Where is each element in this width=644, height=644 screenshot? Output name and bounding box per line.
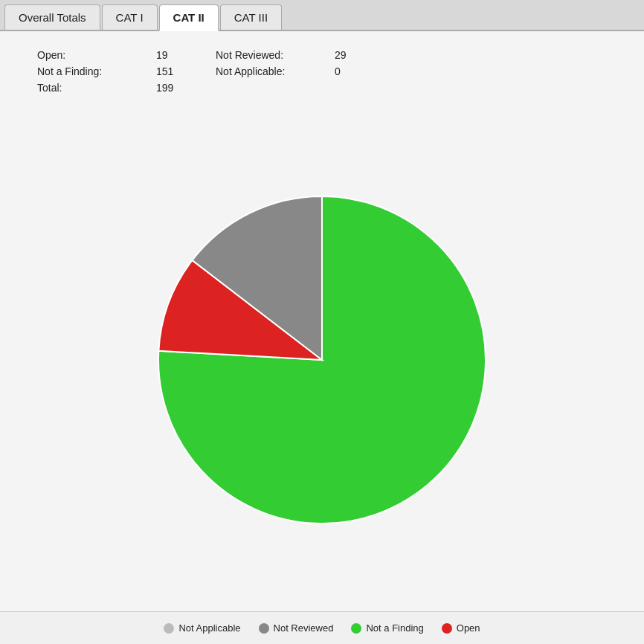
- legend: Not Applicable Not Reviewed Not a Findin…: [0, 611, 644, 644]
- legend-label-not-reviewed: Not Reviewed: [274, 622, 334, 634]
- legend-not-a-finding: Not a Finding: [351, 622, 423, 634]
- not-applicable-label: Not Applicable:: [216, 65, 335, 77]
- legend-label-not-applicable: Not Applicable: [178, 622, 240, 634]
- legend-dot-not-applicable: [164, 623, 174, 634]
- legend-not-applicable: Not Applicable: [164, 622, 240, 634]
- open-value: 19: [156, 49, 216, 61]
- tab-cat2[interactable]: CAT II: [159, 4, 219, 31]
- total-value: 199: [156, 82, 216, 94]
- legend-dot-not-reviewed: [259, 623, 269, 634]
- not-a-finding-label: Not a Finding:: [37, 65, 156, 77]
- legend-open: Open: [442, 622, 480, 634]
- not-reviewed-label: Not Reviewed:: [216, 49, 335, 61]
- legend-label-not-a-finding: Not a Finding: [366, 622, 423, 634]
- legend-not-reviewed: Not Reviewed: [259, 622, 334, 634]
- tab-bar: Overall Totals CAT I CAT II CAT III: [0, 0, 644, 31]
- content-area: Open: 19 Not Reviewed: 29 Not a Finding:…: [0, 31, 644, 611]
- tab-overall-totals[interactable]: Overall Totals: [4, 4, 100, 30]
- pie-chart: [136, 174, 508, 546]
- not-reviewed-value: 29: [335, 49, 394, 61]
- open-label: Open:: [37, 49, 156, 61]
- not-applicable-value: 0: [335, 65, 394, 77]
- legend-label-open: Open: [457, 622, 480, 634]
- chart-area: [22, 109, 622, 611]
- tab-cat3[interactable]: CAT III: [220, 4, 282, 30]
- not-a-finding-value: 151: [156, 65, 216, 77]
- total-label: Total:: [37, 82, 156, 94]
- legend-dot-open: [442, 623, 452, 634]
- legend-dot-not-a-finding: [351, 623, 361, 634]
- tab-cat1[interactable]: CAT I: [102, 4, 158, 30]
- stats-grid: Open: 19 Not Reviewed: 29 Not a Finding:…: [37, 49, 622, 94]
- main-container: Overall Totals CAT I CAT II CAT III Open…: [0, 0, 644, 644]
